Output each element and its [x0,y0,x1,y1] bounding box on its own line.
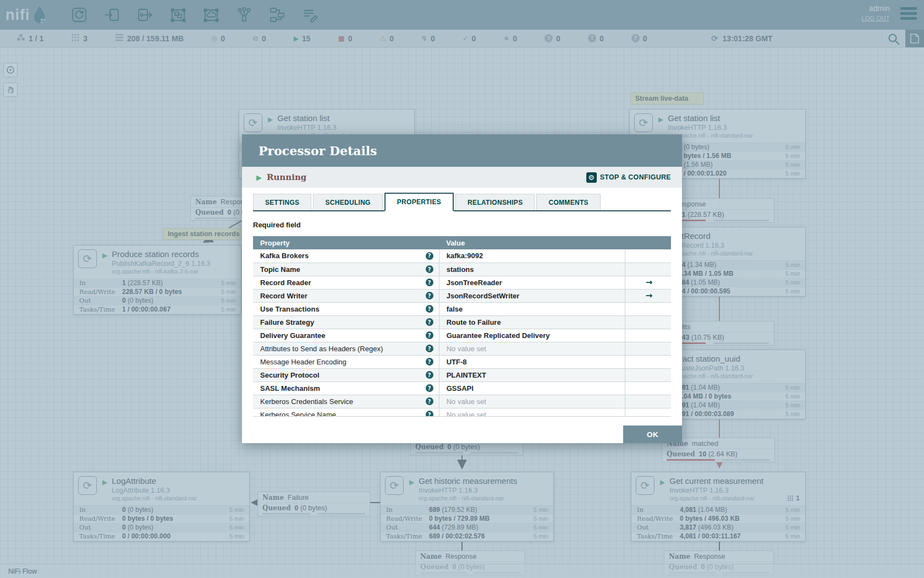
property-row[interactable]: SASL Mechanism?GSSAPI [253,381,671,395]
property-cell: Kerberos Service Name? [253,408,439,417]
tab-comments[interactable]: COMMENTS [536,194,600,210]
tab-scheduling[interactable]: SCHEDULING [313,194,382,210]
properties-table-viewport[interactable]: Property Value Kafka Brokers?kafka:9092T… [253,236,671,417]
help-icon[interactable]: ? [426,345,433,352]
property-name-wrap: Use Transactions? [260,305,433,313]
nifi-application-window: nifi admin LOG OUT 1 / 13208 / 159.11 MB… [0,0,924,578]
property-row[interactable]: Message Header Encoding?UTF-8 [253,355,671,368]
property-row[interactable]: Delivery Guarantee?Guarantee Replicated … [253,329,671,342]
property-row[interactable]: Security Protocol?PLAINTEXT [253,368,671,381]
property-row[interactable]: Failure Strategy?Route to Failure [253,315,671,329]
value-cell[interactable]: GSSAPI [439,381,625,395]
property-name: Message Header Encoding [260,358,426,366]
dialog-body: SETTINGSSCHEDULINGPROPERTIESRELATIONSHIP… [242,193,682,417]
property-cell: Record Writer? [253,289,439,302]
property-value: JsonRecordSetWriter [447,292,520,300]
property-cell: Record Reader? [253,276,439,289]
property-row[interactable]: Topic Name?stations [253,263,671,276]
help-icon[interactable]: ? [426,397,433,405]
column-header-value: Value [439,236,625,249]
property-name-wrap: Attributes to Send as Headers (Regex)? [260,345,433,353]
running-status-icon: ▶ [256,173,262,182]
goto-cell [625,315,671,329]
property-row[interactable]: Kerberos Service Name?No value set [253,408,671,417]
property-name: Kerberos Service Name [260,411,426,417]
stop-and-configure-button[interactable]: ⚙ STOP & CONFIGURE [586,172,671,183]
property-name-wrap: Security Protocol? [260,371,433,379]
property-row[interactable]: Use Transactions?false [253,302,671,315]
help-icon[interactable]: ? [426,371,433,379]
tab-properties[interactable]: PROPERTIES [384,193,454,211]
property-name-wrap: Delivery Guarantee? [260,331,433,340]
goto-cell [625,395,671,408]
property-name: Kerberos Credentials Service [260,397,426,406]
value-cell[interactable]: No value set [439,395,625,408]
help-icon[interactable]: ? [426,411,433,417]
property-value: No value set [447,345,486,353]
value-cell[interactable]: Guarantee Replicated Delivery [439,329,625,342]
property-cell: Delivery Guarantee? [253,329,439,342]
property-name-wrap: Record Writer? [260,292,433,300]
property-row[interactable]: Attributes to Send as Headers (Regex)?No… [253,342,671,355]
value-cell[interactable]: No value set [439,342,625,355]
property-name: Record Writer [260,292,426,300]
goto-cell [625,249,671,263]
value-cell[interactable]: UTF-8 [439,355,625,368]
value-cell[interactable]: JsonRecordSetWriter [439,289,625,302]
value-cell[interactable]: stations [439,263,625,276]
property-value: stations [447,265,474,274]
dialog-title: Processor Details [258,144,377,158]
property-name-wrap: Kerberos Credentials Service? [260,397,433,406]
property-name-wrap: SASL Mechanism? [260,384,433,392]
help-icon[interactable]: ? [426,265,433,273]
goto-cell: → [625,289,671,302]
goto-cell [625,342,671,355]
property-value: false [447,305,463,313]
help-icon[interactable]: ? [426,305,433,313]
goto-service-icon[interactable]: → [632,291,666,301]
dialog-header: Processor Details [242,134,682,167]
property-row[interactable]: Kafka Brokers?kafka:9092 [253,249,671,263]
value-cell[interactable]: No value set [439,408,625,417]
help-icon[interactable]: ? [426,331,433,339]
property-name-wrap: Message Header Encoding? [260,358,433,366]
property-value: UTF-8 [447,358,467,366]
property-name: Attributes to Send as Headers (Regex) [260,345,426,353]
properties-table: Property Value Kafka Brokers?kafka:9092T… [253,236,671,417]
property-cell: Use Transactions? [253,302,439,315]
property-name: Kafka Brokers [260,252,426,260]
help-icon[interactable]: ? [426,292,433,299]
help-icon[interactable]: ? [426,384,433,392]
value-cell[interactable]: JsonTreeReader [439,276,625,289]
tab-relationships[interactable]: RELATIONSHIPS [455,194,535,210]
column-header-extra [625,236,671,249]
property-name: Failure Strategy [260,318,426,326]
processor-run-status: Running [267,172,306,182]
ok-button[interactable]: OK [623,426,682,443]
help-icon[interactable]: ? [426,252,433,260]
value-cell[interactable]: PLAINTEXT [439,368,625,381]
help-icon[interactable]: ? [426,358,433,366]
property-name: Record Reader [260,279,426,287]
property-row[interactable]: Record Writer?JsonRecordSetWriter→ [253,289,671,302]
property-cell: Failure Strategy? [253,315,439,329]
property-name: Use Transactions [260,305,426,313]
value-cell[interactable]: kafka:9092 [439,249,625,263]
goto-cell [625,329,671,342]
goto-service-icon[interactable]: → [632,277,666,287]
property-row[interactable]: Record Reader?JsonTreeReader→ [253,276,671,289]
value-cell[interactable]: false [439,302,625,315]
column-header-property: Property [253,236,439,249]
property-value: kafka:9092 [447,252,483,260]
help-icon[interactable]: ? [426,318,433,326]
property-name-wrap: Topic Name? [260,265,433,274]
help-icon[interactable]: ? [426,279,433,286]
tab-settings[interactable]: SETTINGS [253,194,311,210]
property-name-wrap: Failure Strategy? [260,318,433,326]
property-value: Route to Failure [447,318,501,326]
property-value: No value set [447,397,486,406]
value-cell[interactable]: Route to Failure [439,315,625,329]
property-cell: Security Protocol? [253,368,439,381]
property-row[interactable]: Kerberos Credentials Service?No value se… [253,395,671,408]
stop-and-configure-label: STOP & CONFIGURE [600,173,671,181]
